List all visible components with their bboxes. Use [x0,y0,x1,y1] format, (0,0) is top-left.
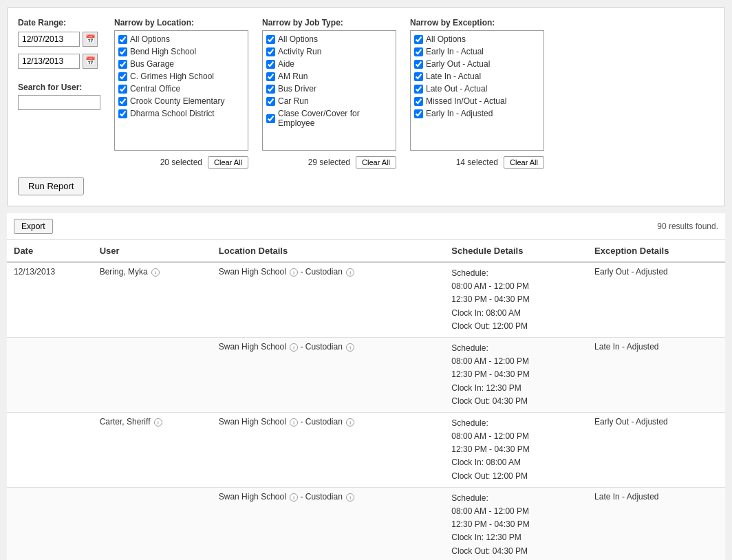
exception-checkbox-earlyinadj[interactable] [414,109,423,118]
location-checkbox-cgrimes[interactable] [118,72,127,81]
location-checkbox-list[interactable]: All Options Bend High School Bus Garage … [114,30,248,151]
exception-item-label: Late In - Actual [426,72,481,81]
list-item[interactable]: Crook County Elementary [118,95,244,107]
jobtype-checkbox-aide[interactable] [266,60,275,69]
list-item[interactable]: Early Out - Actual [414,58,540,70]
cell-user: Bering, Myka i [93,262,212,337]
schedule-line: Schedule: [451,342,581,355]
col-header-exception: Exception Details [588,240,725,262]
cell-location: Swan High School i - Custodian i [212,262,445,337]
cell-location: Swan High School i - Custodian i [212,337,445,412]
list-item[interactable]: Dharma School District [118,107,244,120]
schedule-line: Clock In: 08:00 AM [451,456,581,469]
exception-checkbox-all[interactable] [414,35,423,44]
location-checkbox-bus[interactable] [118,60,127,69]
list-item[interactable]: All Options [266,33,392,45]
narrow-exception-label: Narrow by Exception: [410,18,544,28]
exception-checkbox-earlyout[interactable] [414,60,423,69]
location-item-label: C. Grimes High School [130,72,214,81]
schedule-line: Schedule: [451,417,581,430]
role-info-icon[interactable]: i [346,343,354,352]
location-checkbox-dharma[interactable] [118,109,127,118]
jobtype-checkbox-activity[interactable] [266,47,275,56]
narrow-by-exception-group: Narrow by Exception: All Options Early I… [410,18,544,169]
exception-checkbox-list[interactable]: All Options Early In - Actual Early Out … [410,30,544,151]
exception-footer: 14 selected Clear All [410,156,544,169]
list-item[interactable]: Activity Run [266,45,392,58]
calendar-icon-1[interactable]: 📅 [83,32,98,47]
list-item[interactable]: Bend High School [118,45,244,58]
exception-checkbox-earlyin[interactable] [414,47,423,56]
location-checkbox-bend[interactable] [118,47,127,56]
location-item-label: Central Office [130,84,180,94]
location-checkbox-crook[interactable] [118,97,127,106]
list-item[interactable]: Missed In/Out - Actual [414,95,540,107]
list-item[interactable]: C. Grimes High School [118,70,244,83]
location-item-label: Bus Garage [130,59,174,69]
schedule-line: Clock Out: 12:00 PM [451,470,581,483]
exception-checkbox-lateout[interactable] [414,85,423,94]
narrow-by-jobtype-group: Narrow by Job Type: All Options Activity… [262,18,396,169]
cell-user [93,337,212,412]
list-item[interactable]: All Options [414,33,540,45]
exception-checkbox-missedinout[interactable] [414,97,423,106]
location-info-icon[interactable]: i [290,493,298,502]
list-item[interactable]: Early In - Actual [414,45,540,58]
narrow-by-location-group: Narrow by Location: All Options Bend Hig… [114,18,248,169]
list-item[interactable]: Central Office [118,83,244,95]
location-info-icon[interactable]: i [290,268,298,277]
results-bar: Export 90 results found. [7,213,725,240]
jobtype-checkbox-amrun[interactable] [266,72,275,81]
date-input-2[interactable] [18,54,80,69]
location-selected-count: 20 selected [160,158,202,167]
jobtype-checkbox-clase[interactable] [266,114,275,123]
export-button[interactable]: Export [14,219,53,234]
jobtype-checkbox-carrun[interactable] [266,97,275,106]
jobtype-clear-all-button[interactable]: Clear All [356,156,396,169]
role-info-icon[interactable]: i [346,493,354,502]
list-item[interactable]: Early In - Adjusted [414,107,540,120]
jobtype-item-label: Bus Driver [278,84,316,94]
role-info-icon[interactable]: i [346,418,354,427]
schedule-line: 08:00 AM - 12:00 PM [451,280,581,293]
location-info-icon[interactable]: i [290,343,298,352]
filters-row: Date Range: 📅 📅 Search for User: Narrow … [18,18,714,169]
jobtype-item-label: Clase Cover/Cover for Employee [278,109,392,128]
exception-checkbox-latein[interactable] [414,72,423,81]
list-item[interactable]: AM Run [266,70,392,83]
calendar-icon-2[interactable]: 📅 [83,54,98,69]
jobtype-selected-count: 29 selected [308,158,350,167]
jobtype-checkbox-busdriver[interactable] [266,85,275,94]
location-checkbox-all[interactable] [118,35,127,44]
results-count: 90 results found. [657,222,718,231]
schedule-line: 08:00 AM - 12:00 PM [451,355,581,368]
exception-clear-all-button[interactable]: Clear All [504,156,544,169]
schedule-line: 12:30 PM - 04:30 PM [451,293,581,306]
jobtype-checkbox-list[interactable]: All Options Activity Run Aide AM Run Bus… [262,30,396,151]
schedule-line: Clock Out: 04:30 PM [451,395,581,408]
list-item[interactable]: Bus Driver [266,83,392,95]
search-user-label: Search for User: [18,83,100,92]
location-clear-all-button[interactable]: Clear All [208,156,248,169]
list-item[interactable]: Car Run [266,95,392,107]
role-info-icon[interactable]: i [346,268,354,277]
list-item[interactable]: Clase Cover/Cover for Employee [266,107,392,129]
location-info-icon[interactable]: i [290,418,298,427]
schedule-line: 12:30 PM - 04:30 PM [451,368,581,381]
user-info-icon[interactable]: i [151,268,160,277]
jobtype-item-label: Activity Run [278,47,321,56]
date-input-1[interactable] [18,32,80,47]
date-row-1: 📅 [18,32,100,47]
location-item-label: Dharma School District [130,109,215,118]
list-item[interactable]: Bus Garage [118,58,244,70]
user-info-icon[interactable]: i [154,418,162,427]
list-item[interactable]: Late In - Actual [414,70,540,83]
list-item[interactable]: All Options [118,33,244,45]
list-item[interactable]: Aide [266,58,392,70]
search-user-input[interactable] [18,95,100,110]
jobtype-checkbox-all[interactable] [266,35,275,44]
run-report-button[interactable]: Run Report [18,177,84,195]
list-item[interactable]: Late Out - Actual [414,83,540,95]
location-checkbox-central[interactable] [118,85,127,94]
table-row: Swan High School i - Custodian i Schedul… [7,337,725,412]
